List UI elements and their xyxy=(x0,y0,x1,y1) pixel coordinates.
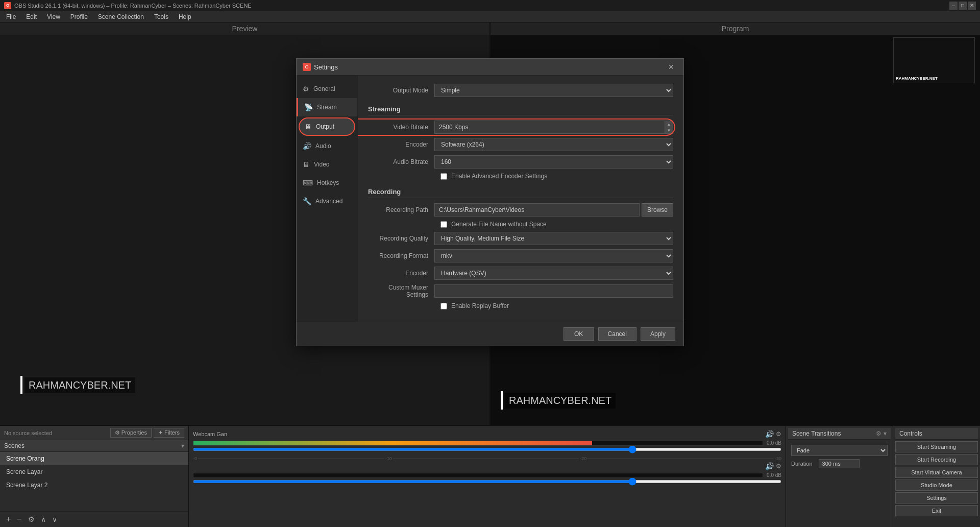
audio-mixer-panel: Webcam Gan 🔊 ⚙ 0.0 dB xyxy=(189,426,786,527)
sidebar-item-general[interactable]: ⚙ General xyxy=(297,80,357,98)
duration-label: Duration xyxy=(791,461,813,467)
watermark-text: RAHMANCYBER.NET xyxy=(24,377,135,393)
apply-button[interactable]: Apply xyxy=(641,327,675,341)
exit-button[interactable]: Exit xyxy=(895,505,978,516)
menu-scene-collection[interactable]: Scene Collection xyxy=(94,12,148,21)
scene-item-1[interactable]: Screne Layar xyxy=(0,465,188,478)
recording-path-input[interactable] xyxy=(434,203,640,217)
transitions-label: Scene Transitions xyxy=(792,430,841,437)
audio-bitrate-select[interactable]: 160 xyxy=(434,155,673,169)
recording-path-row: Recording Path Browse xyxy=(368,203,673,217)
start-streaming-button[interactable]: Start Streaming xyxy=(895,441,978,452)
bitrate-down-button[interactable]: ▼ xyxy=(665,127,673,133)
studio-mode-button[interactable]: Studio Mode xyxy=(895,480,978,491)
start-recording-button[interactable]: Start Recording xyxy=(895,454,978,465)
cancel-button[interactable]: Cancel xyxy=(598,327,636,341)
scene-down-button[interactable]: ∨ xyxy=(50,514,59,524)
encoder-select[interactable]: Software (x264) Hardware (QSV) xyxy=(434,138,673,151)
scene-item-2[interactable]: Screne Layar 2 xyxy=(0,478,188,492)
custom-muxer-input[interactable] xyxy=(434,284,673,298)
settings-content: Output Mode Simple Advanced Streaming Vi… xyxy=(358,76,683,322)
volume-icon-2[interactable]: 🔊 xyxy=(765,462,774,470)
audio-channel-webcam: Webcam Gan 🔊 ⚙ 0.0 dB xyxy=(193,430,781,451)
volume-slider-row-2 xyxy=(193,480,781,483)
sidebar-item-audio[interactable]: 🔊 Audio xyxy=(297,137,357,155)
audio-settings-btn-1[interactable]: ⚙ xyxy=(776,430,781,438)
sidebar-item-advanced[interactable]: 🔧 Advanced xyxy=(297,192,357,210)
transition-select[interactable]: Fade xyxy=(791,445,888,456)
close-button[interactable]: ✕ xyxy=(968,2,976,10)
recording-quality-select[interactable]: High Quality, Medium File Size Same as S… xyxy=(434,232,673,245)
volume-slider-1[interactable] xyxy=(193,448,781,451)
video-bitrate-label: Video Bitrate xyxy=(368,124,434,131)
menu-help[interactable]: Help xyxy=(175,12,195,21)
recording-path-label: Recording Path xyxy=(368,206,434,213)
transitions-settings-icon[interactable]: ⚙ xyxy=(876,430,881,437)
window-controls[interactable]: – □ ✕ xyxy=(949,2,976,10)
hotkeys-icon: ⌨ xyxy=(303,179,313,187)
scene-up-button[interactable]: ∧ xyxy=(39,514,48,524)
settings-dialog: O Settings ✕ ⚙ General 📡 Stream 🖥 Output xyxy=(296,58,684,346)
menu-file[interactable]: File xyxy=(2,12,20,21)
output-mode-label: Output Mode xyxy=(368,87,434,94)
audio-settings-btn-2[interactable]: ⚙ xyxy=(776,463,781,470)
advanced-encoder-label: Enable Advanced Encoder Settings xyxy=(451,173,547,180)
scene-item-0[interactable]: Screne Orang xyxy=(0,452,188,465)
browse-button[interactable]: Browse xyxy=(642,203,673,217)
obs-controls: Controls Start Streaming Start Recording… xyxy=(893,426,980,527)
filters-button[interactable]: ✦ Filters xyxy=(154,428,184,438)
controls-header: Controls xyxy=(895,428,978,440)
minimize-button[interactable]: – xyxy=(949,2,958,10)
replay-buffer-checkbox[interactable] xyxy=(440,303,447,309)
advanced-encoder-checkbox[interactable] xyxy=(440,173,447,180)
duration-input[interactable] xyxy=(819,459,860,468)
volume-icon-1[interactable]: 🔊 xyxy=(765,430,774,438)
audio-channel-2: 🔊 ⚙ 0.0 dB xyxy=(193,462,781,483)
recording-format-select[interactable]: mkv mp4 xyxy=(434,249,673,262)
settings-button[interactable]: Settings xyxy=(895,492,978,504)
advanced-icon: 🔧 xyxy=(303,197,311,205)
recording-encoder-select[interactable]: Hardware (QSV) Software (x264) xyxy=(434,267,673,280)
bitrate-up-button[interactable]: ▲ xyxy=(665,121,673,127)
sidebar-item-output[interactable]: 🖥 Output xyxy=(299,117,355,136)
recording-quality-row: Recording Quality High Quality, Medium F… xyxy=(368,232,673,245)
sidebar-label-stream: Stream xyxy=(317,104,337,111)
replay-buffer-label: Enable Replay Buffer xyxy=(451,302,509,309)
sidebar-item-hotkeys[interactable]: ⌨ Hotkeys xyxy=(297,174,357,192)
remove-scene-button[interactable]: − xyxy=(15,514,23,525)
scenes-actions: + − ⚙ ∧ ∨ xyxy=(0,511,188,527)
menu-edit[interactable]: Edit xyxy=(22,12,41,21)
dialog-close-button[interactable]: ✕ xyxy=(665,62,677,72)
title-bar: O OBS Studio 26.1.1 (64-bit, windows) – … xyxy=(0,0,980,11)
custom-muxer-label: Custom Muxer Settings xyxy=(368,284,434,298)
volume-slider-2[interactable] xyxy=(193,480,781,483)
start-virtual-camera-button[interactable]: Start Virtual Camera xyxy=(895,467,978,478)
audio-meter-row-1: 0.0 dB xyxy=(193,440,781,446)
maximize-button[interactable]: □ xyxy=(959,2,967,10)
video-icon: 🖥 xyxy=(303,160,310,169)
properties-button[interactable]: ⚙ Properties xyxy=(110,428,152,438)
sidebar-label-general: General xyxy=(313,85,335,92)
generate-filename-checkbox[interactable] xyxy=(440,221,447,228)
menu-tools[interactable]: Tools xyxy=(150,12,173,21)
encoder-label: Encoder xyxy=(368,141,434,148)
sidebar-item-stream[interactable]: 📡 Stream xyxy=(297,98,357,116)
audio-icon: 🔊 xyxy=(303,142,311,150)
video-bitrate-input[interactable] xyxy=(434,121,673,134)
program-watermark-bar xyxy=(501,391,503,410)
add-scene-button[interactable]: + xyxy=(4,514,13,525)
audio-meter-ticks: -0 -10 -20 -30 xyxy=(193,455,781,462)
program-mini-thumbnail: RAHMANCYBER.NET xyxy=(893,37,975,83)
scene-settings-button[interactable]: ⚙ xyxy=(26,514,37,524)
dialog-title: Settings xyxy=(314,63,338,71)
output-mode-select[interactable]: Simple Advanced xyxy=(434,84,673,97)
recording-section-heading: Recording xyxy=(368,188,673,198)
general-icon: ⚙ xyxy=(303,85,309,93)
menu-view[interactable]: View xyxy=(43,12,64,21)
sidebar-item-video[interactable]: 🖥 Video xyxy=(297,155,357,174)
ok-button[interactable]: OK xyxy=(564,327,594,341)
settings-sidebar: ⚙ General 📡 Stream 🖥 Output 🔊 Audio 🖥 xyxy=(297,76,358,322)
menu-profile[interactable]: Profile xyxy=(66,12,92,21)
dialog-title-bar: O Settings ✕ xyxy=(297,59,683,76)
video-bitrate-spinner: ▲ ▼ xyxy=(434,121,673,134)
